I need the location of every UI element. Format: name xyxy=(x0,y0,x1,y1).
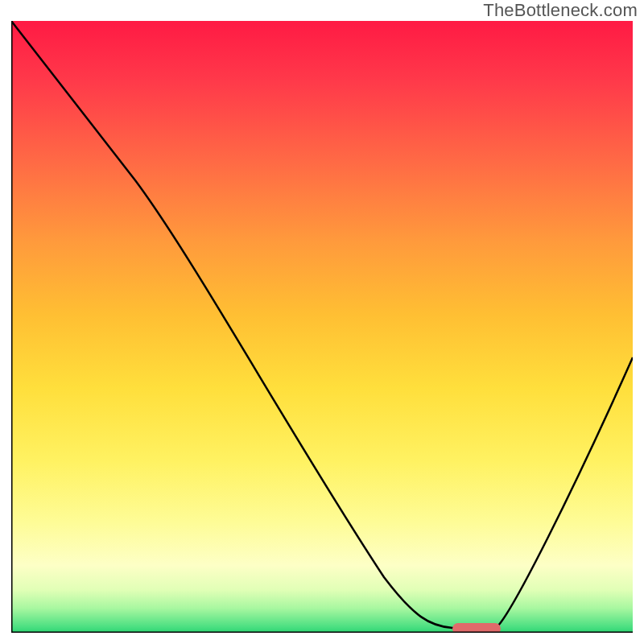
chart-container: TheBottleneck.com xyxy=(0,0,644,644)
watermark-text: TheBottleneck.com xyxy=(483,0,638,21)
optimal-marker xyxy=(452,623,501,633)
bottleneck-curve xyxy=(11,21,633,628)
plot-area xyxy=(11,21,633,633)
chart-svg xyxy=(11,21,633,633)
